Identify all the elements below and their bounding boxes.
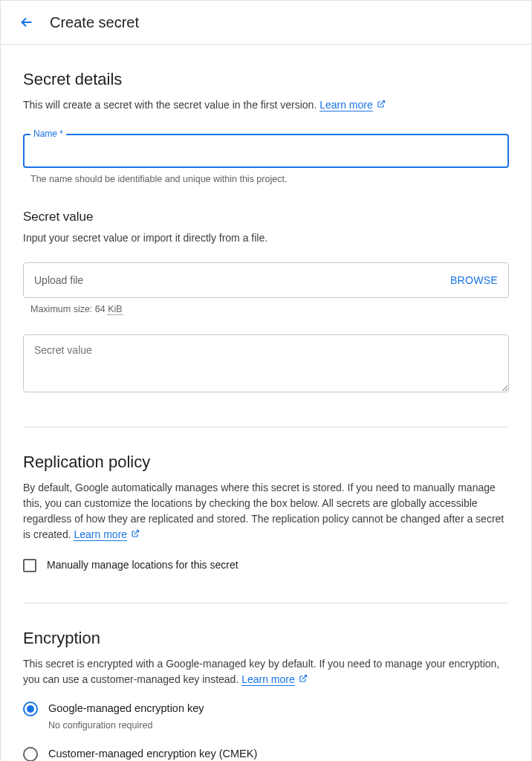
- upload-helper: Maximum size: 64 KiB: [23, 302, 509, 317]
- encryption-description: This secret is encrypted with a Google-m…: [23, 656, 509, 687]
- external-link-icon: [296, 675, 308, 685]
- encryption-heading: Encryption: [23, 626, 509, 650]
- secret-value-description: Input your secret value or import it dir…: [23, 230, 509, 246]
- google-key-sublabel: No configuration required: [48, 719, 204, 733]
- browse-button[interactable]: BROWSE: [450, 273, 498, 288]
- manual-locations-label: Manually manage locations for this secre…: [47, 557, 239, 573]
- encryption-option-cmek[interactable]: Customer-managed encryption key (CMEK) M…: [23, 746, 509, 762]
- upload-file-field[interactable]: Upload file BROWSE: [23, 262, 509, 298]
- replication-description: By default, Google automatically manages…: [23, 480, 509, 543]
- replication-heading: Replication policy: [23, 450, 509, 474]
- secret-value-heading: Secret value: [23, 207, 509, 227]
- back-button[interactable]: [19, 14, 50, 30]
- arrow-back-icon: [19, 14, 35, 30]
- name-field: Name *: [23, 134, 509, 168]
- secret-details-learn-more-link[interactable]: Learn more: [319, 99, 373, 111]
- divider: [23, 427, 509, 427]
- google-key-label: Google-managed encryption key: [48, 701, 204, 717]
- page-title: Create secret: [50, 11, 139, 33]
- cmek-label: Customer-managed encryption key (CMEK): [48, 746, 265, 762]
- replication-learn-more-link[interactable]: Learn more: [74, 528, 127, 541]
- google-key-radio[interactable]: [23, 702, 38, 716]
- name-input-label: Name *: [30, 127, 66, 140]
- secret-details-heading: Secret details: [23, 67, 509, 91]
- external-link-icon: [129, 530, 140, 540]
- secret-value-textarea[interactable]: [23, 334, 509, 392]
- page-header: Create secret: [1, 1, 531, 45]
- manual-locations-checkbox[interactable]: [23, 559, 36, 572]
- upload-file-label: Upload file: [34, 273, 83, 288]
- name-input-helper: The name should be identifiable and uniq…: [23, 172, 509, 187]
- cmek-radio[interactable]: [23, 747, 38, 762]
- encryption-learn-more-link[interactable]: Learn more: [241, 673, 295, 686]
- divider: [23, 603, 509, 603]
- name-input[interactable]: [23, 134, 509, 168]
- secret-details-description: This will create a secret with the secre…: [23, 97, 509, 113]
- external-link-icon: [374, 100, 386, 111]
- manual-locations-row: Manually manage locations for this secre…: [23, 557, 509, 573]
- encryption-option-google[interactable]: Google-managed encryption key No configu…: [23, 701, 509, 733]
